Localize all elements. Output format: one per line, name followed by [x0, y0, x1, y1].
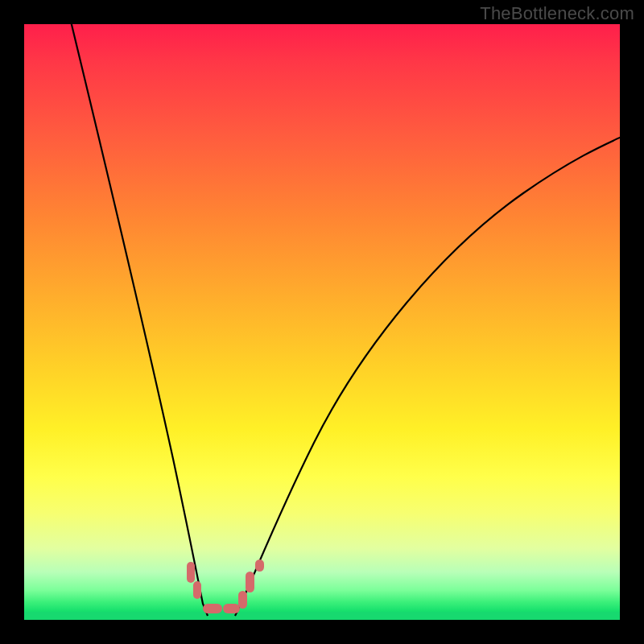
marker-m7	[255, 559, 264, 572]
marker-m3	[203, 604, 222, 613]
marker-m5	[238, 591, 247, 609]
marker-m6	[246, 572, 254, 592]
curve-right	[235, 137, 620, 616]
plot-area	[24, 24, 620, 620]
watermark-text: TheBottleneck.com	[480, 3, 634, 24]
marker-m4	[223, 604, 240, 613]
chart-container: TheBottleneck.com	[0, 0, 644, 644]
curve-left	[68, 24, 208, 616]
bottleneck-curve	[24, 24, 620, 620]
marker-m2	[193, 581, 201, 599]
marker-m1	[187, 562, 195, 583]
